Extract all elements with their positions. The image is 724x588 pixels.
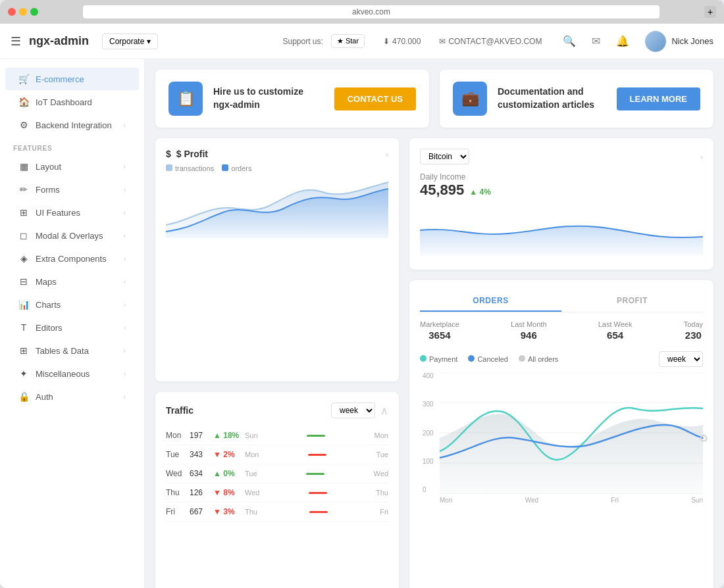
- maps-icon: ⊟: [18, 276, 29, 287]
- sidebar-item-backend[interactable]: ⚙ Backend Integration ‹: [5, 114, 139, 136]
- stat-today: Today 230: [684, 320, 703, 341]
- promo-icon-1: 📋: [168, 82, 203, 116]
- bitcoin-daily-label: Daily Income: [420, 172, 703, 182]
- notification-icon[interactable]: 🔔: [613, 32, 632, 50]
- traffic-period-select[interactable]: week: [331, 403, 375, 418]
- profit-card: $ $ Profit › transactions orders: [155, 138, 399, 381]
- bitcoin-chart: [420, 204, 703, 257]
- sidebar-item-layout[interactable]: ▦ Layout ‹: [5, 155, 139, 178]
- modal-icon: ◻: [18, 230, 29, 241]
- support-label: Support us:: [282, 37, 323, 46]
- sidebar-item-charts[interactable]: 📊 Charts ‹: [5, 293, 139, 316]
- transactions-legend: transactions: [166, 164, 214, 172]
- tab-profit[interactable]: PROFIT: [561, 291, 703, 312]
- mail-icon[interactable]: ✉: [589, 32, 603, 50]
- dot-close[interactable]: [8, 8, 16, 16]
- sidebar-item-editors[interactable]: T Editors ‹: [5, 316, 139, 339]
- user-name: Nick Jones: [671, 36, 713, 46]
- traffic-collapse-icon[interactable]: ∧: [380, 404, 388, 417]
- sidebar-item-label: Tables & Data: [36, 346, 89, 356]
- traffic-table: Mon 197 ▲ 18% Sun Mon: [166, 426, 388, 522]
- sidebar-item-label: Editors: [36, 323, 62, 333]
- browser-url[interactable]: akveo.com: [83, 5, 659, 18]
- auth-icon: 🔒: [18, 391, 29, 402]
- misc-icon: ✦: [18, 368, 29, 379]
- editors-icon: T: [18, 322, 29, 333]
- profit-title: $ $ Profit: [166, 149, 208, 159]
- sidebar-item-ecommerce[interactable]: 🛒 E-commerce: [5, 68, 139, 90]
- promo-icon-2: 💼: [453, 82, 487, 116]
- iot-icon: 🏠: [18, 97, 29, 107]
- chevron-icon: ‹: [124, 324, 126, 331]
- profit-legend: transactions orders: [166, 164, 388, 172]
- dollar-icon: $: [166, 149, 171, 159]
- sidebar-item-tables[interactable]: ⊞ Tables & Data ‹: [5, 339, 139, 362]
- tables-icon: ⊞: [18, 345, 29, 356]
- sidebar-item-label: Charts: [36, 300, 61, 310]
- sidebar-item-label: Modal & Overlays: [36, 231, 103, 241]
- sidebar-item-label: Miscellaneous: [36, 369, 90, 379]
- traffic-title: Traffic: [166, 405, 194, 416]
- sidebar-item-forms[interactable]: ✏ Forms ‹: [5, 178, 139, 201]
- stat-marketplace: Marketplace 3654: [420, 320, 459, 341]
- features-section-label: FEATURES: [0, 137, 144, 155]
- theme-chevron-icon: ▾: [147, 37, 151, 46]
- sidebar-item-label: IoT Dashboard: [36, 97, 92, 107]
- traffic-row-thu: Thu 126 ▼ 8% Wed Thu: [166, 483, 388, 502]
- chevron-icon: ‹: [124, 232, 126, 239]
- widget-row: $ $ Profit › transactions orders: [155, 138, 713, 588]
- user-menu[interactable]: Nick Jones: [645, 31, 713, 52]
- promo-card-contact: 📋 Hire us to customize ngx-admin CONTACT…: [155, 70, 429, 128]
- dot-maximize[interactable]: [30, 8, 38, 16]
- traffic-row-mon: Mon 197 ▲ 18% Sun Mon: [166, 426, 388, 445]
- promo-text-2: Documentation and customization articles: [498, 86, 606, 111]
- bitcoin-header: Bitcoin ›: [420, 149, 703, 164]
- sidebar: 🛒 E-commerce 🏠 IoT Dashboard ⚙ Backend I…: [0, 59, 145, 588]
- chevron-icon: ‹: [124, 393, 126, 401]
- sidebar-item-maps[interactable]: ⊟ Maps ‹: [5, 270, 139, 293]
- sidebar-item-extra[interactable]: ◈ Extra Components ‹: [5, 247, 139, 270]
- new-tab-button[interactable]: +: [704, 6, 716, 18]
- charts-icon: 📊: [18, 299, 29, 310]
- app-logo: ngx-admin: [29, 34, 89, 48]
- sidebar-item-label: E-commerce: [36, 74, 84, 84]
- stat-last-month: Last Month 946: [511, 320, 546, 341]
- app-header: ☰ ngx-admin Corporate ▾ Support us: ★ St…: [0, 24, 724, 59]
- email-icon: ✉: [439, 37, 446, 46]
- chevron-icon: ‹: [124, 347, 126, 355]
- ecommerce-icon: 🛒: [18, 74, 29, 84]
- contact-us-button[interactable]: CONTACT US: [334, 87, 416, 110]
- sidebar-item-ui-features[interactable]: ⊞ UI Features ‹: [5, 201, 139, 224]
- star-button[interactable]: ★ Star: [331, 34, 365, 48]
- bitcoin-select[interactable]: Bitcoin: [420, 149, 469, 164]
- legend-all-orders: All orders: [519, 355, 558, 363]
- browser-dots: [8, 8, 38, 16]
- contact-email[interactable]: ✉ CONTACT@AKVEO.COM: [439, 37, 542, 46]
- sidebar-item-misc[interactable]: ✦ Miscellaneous ‹: [5, 362, 139, 385]
- sidebar-item-iot[interactable]: 🏠 IoT Dashboard: [5, 91, 139, 113]
- extra-icon: ◈: [18, 253, 29, 264]
- legend-canceled: Canceled: [468, 355, 507, 363]
- traffic-row-wed: Wed 634 ▲ 0% Tue Wed: [166, 464, 388, 483]
- dot-minimize[interactable]: [19, 8, 27, 16]
- sidebar-item-label: Auth: [36, 392, 53, 402]
- avatar: [645, 31, 666, 52]
- orders-period-select[interactable]: week: [659, 351, 703, 367]
- chevron-icon: ‹: [124, 255, 126, 262]
- chevron-icon: ‹: [124, 278, 126, 285]
- chevron-icon: ‹: [124, 122, 126, 129]
- bitcoin-more-icon[interactable]: ›: [700, 152, 703, 162]
- learn-more-button[interactable]: LEARN MORE: [617, 87, 700, 110]
- sidebar-item-auth[interactable]: 🔒 Auth ‹: [5, 385, 139, 408]
- bitcoin-value: 45,895: [420, 182, 464, 199]
- theme-selector[interactable]: Corporate ▾: [102, 34, 158, 49]
- orders-stats: Marketplace 3654 Last Month 946 Last Wee…: [420, 320, 703, 341]
- search-icon[interactable]: 🔍: [560, 32, 579, 50]
- gear-icon[interactable]: ⚙: [699, 432, 708, 445]
- tab-orders[interactable]: ORDERS: [420, 291, 561, 312]
- orders-card: ORDERS PROFIT Marketplace 3654: [409, 280, 713, 588]
- orders-tabs: ORDERS PROFIT: [420, 291, 703, 312]
- profit-more-icon[interactable]: ›: [386, 149, 388, 159]
- sidebar-item-modal[interactable]: ◻ Modal & Overlays ‹: [5, 224, 139, 247]
- hamburger-icon[interactable]: ☰: [11, 34, 21, 49]
